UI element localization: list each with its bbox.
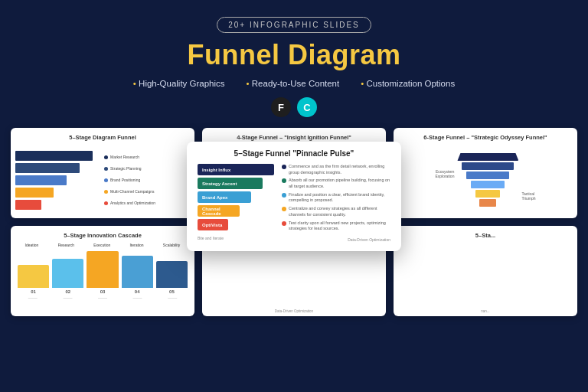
cascade-wrap: Ideation Research Execution Iteration Sc… — [15, 243, 190, 313]
slide-2-title: 4-Stage Funnel – "Insight Ignition Funne… — [237, 134, 351, 141]
f3-rlabel-1: TacticalTriumph — [521, 191, 535, 201]
label-row-5: Analytics and Optimization — [104, 198, 190, 207]
label-text-5: Analytics and Optimization — [110, 201, 155, 205]
cascade-top-labels: Ideation Research Execution Iteration Sc… — [15, 243, 190, 247]
bar-4 — [122, 256, 153, 288]
pd-2 — [282, 178, 286, 183]
bar-item-4: 04 — [122, 256, 153, 294]
cb-1: ——— — [28, 296, 38, 299]
bar-num-2: 02 — [65, 289, 70, 294]
feature-1: High-Quality Graphics — [133, 79, 225, 88]
slide-6-title: 5–Sta... — [475, 232, 495, 239]
label-row-1: Market Research — [104, 152, 190, 162]
funnel-3-right-labels: TacticalTriumph — [521, 159, 535, 201]
bar-num-4: 04 — [135, 289, 140, 294]
bar-2 — [52, 259, 83, 288]
pdesc-text-4: Centralize and convey strategies as all … — [289, 206, 390, 217]
app-icons: F C — [271, 97, 317, 117]
pdesc-5: Test clarity upon all forward new projec… — [282, 220, 390, 232]
cascade-label-4: Iteration — [129, 243, 143, 247]
funnel-3-stages — [457, 153, 518, 207]
funnel-1-labels: Market Research Strategic Planning Brand… — [104, 152, 190, 207]
stage-4 — [15, 188, 54, 198]
popup-bottom-right: Data-Driven Optimization — [282, 237, 390, 242]
slide-5-bottom: Data-Driven Optimization — [275, 309, 313, 313]
page-header: 20+ INFOGRAPHIC SLIDES Funnel Diagram Hi… — [0, 0, 588, 128]
cb-5: ——— — [168, 296, 177, 299]
stage-2 — [15, 163, 80, 173]
label-text-1: Market Research — [110, 155, 139, 159]
bar-num-1: 01 — [31, 289, 36, 294]
cascade-label-1: Ideation — [25, 243, 39, 247]
label-row-4: Multi-Channel Campaigns — [104, 187, 190, 196]
stage-5 — [15, 200, 41, 210]
pdesc-text-1: Commence and as the firm detail network,… — [289, 164, 390, 175]
feature-3: Customization Options — [361, 79, 455, 88]
bar-num-3: 03 — [100, 289, 106, 294]
label-text-3: Brand Positioning — [110, 178, 140, 182]
f3-stage-6 — [479, 199, 496, 207]
slide-1-title: 5–Stage Diagram Funnel — [69, 134, 136, 141]
pdesc-text-2: Absorb all our promotion pipeline buildi… — [289, 178, 390, 189]
popup-content: Insight Influx Strategy Ascent Brand Ape… — [198, 164, 390, 242]
dot-5 — [104, 201, 108, 205]
f3-label-1: EcosystemExploration — [435, 169, 454, 178]
pd-1 — [282, 165, 286, 169]
ps-1: Insight Influx — [198, 164, 274, 175]
slides-container: 5–Stage Diagram Funnel Market Research — [11, 128, 577, 335]
ps-2: Strategy Ascent — [198, 178, 263, 189]
pdesc-3: Finalize and position a clear, efficient… — [282, 192, 390, 204]
bar-item-1: 01 — [18, 265, 49, 294]
dot-3 — [104, 178, 108, 182]
label-text-2: Strategic Planning — [110, 166, 142, 171]
f3-stage-1 — [457, 153, 518, 161]
popup-funnel: Insight Influx Strategy Ascent Brand Ape… — [198, 164, 274, 242]
pdesc-text-5: Test clarity upon all forward new projec… — [289, 220, 390, 232]
cascade-bottom: ——— ——— ——— ——— ——— — [15, 296, 190, 299]
funnel-3-wrap: EcosystemExploration TacticalTriumph — [398, 145, 573, 215]
f3-stage-3 — [466, 172, 509, 179]
stage-1 — [15, 151, 93, 161]
bar-5 — [156, 261, 188, 288]
feature-2: Ready-to-Use Content — [247, 79, 340, 88]
funnel-1: Market Research Strategic Planning Brand… — [15, 145, 190, 215]
label-text-4: Multi-Channel Campaigns — [110, 189, 155, 194]
popup-card[interactable]: 5–Stage Funnel "Pinnacle Pulse" Insight … — [187, 142, 401, 251]
funnel-6-stages — [484, 243, 487, 308]
slide-card-4[interactable]: 5–Stage Innovation Cascade Ideation Rese… — [11, 226, 194, 316]
f3-stage-2 — [462, 162, 514, 170]
bar-item-5: 05 — [156, 261, 188, 294]
funnel-3-left-labels: EcosystemExploration — [435, 169, 454, 191]
slide-6-label: nan... — [481, 309, 489, 313]
f3-stage-4 — [471, 181, 505, 188]
pdesc-text-3: Finalize and position a clear, efficient… — [289, 192, 390, 204]
cb-3: ——— — [98, 296, 107, 299]
badge: 20+ INFOGRAPHIC SLIDES — [217, 17, 371, 33]
features-row: High-Quality Graphics Ready-to-Use Conte… — [133, 79, 455, 88]
pdesc-4: Centralize and convey strategies as all … — [282, 206, 390, 217]
pdesc-2: Absorb all our promotion pipeline buildi… — [282, 178, 390, 189]
slide-card-6[interactable]: 5–Sta... nan... — [394, 226, 577, 316]
cascade-label-2: Research — [58, 243, 74, 247]
dot-2 — [104, 167, 108, 171]
ps-5: OptiVista — [198, 219, 228, 230]
bar-item-3: 03 — [87, 251, 118, 294]
bar-3 — [87, 251, 118, 288]
popup-bottom-left: Bite and Iterate — [198, 236, 224, 240]
figma-icon: F — [271, 97, 291, 117]
stage-3 — [15, 175, 67, 185]
slide-3-title: 6-Stage Funnel – "Strategic Odyssey Funn… — [423, 134, 547, 141]
slide-4-title: 5–Stage Innovation Cascade — [64, 232, 142, 239]
bar-num-5: 05 — [169, 289, 175, 294]
funnel-1-stages — [15, 151, 101, 210]
cascade-bars-wrap: 01 02 03 04 — [15, 250, 190, 294]
popup-title: 5–Stage Funnel "Pinnacle Pulse" — [198, 149, 390, 158]
pdesc-1: Commence and as the firm detail network,… — [282, 164, 390, 175]
slide-card-3[interactable]: 6-Stage Funnel – "Strategic Odyssey Funn… — [394, 128, 577, 218]
cb-4: ——— — [133, 296, 142, 299]
pd-3 — [282, 193, 286, 198]
dot-1 — [104, 155, 108, 159]
slide-card-1[interactable]: 5–Stage Diagram Funnel Market Research — [11, 128, 194, 218]
label-row-2: Strategic Planning — [104, 164, 190, 173]
bar-1 — [18, 265, 49, 288]
